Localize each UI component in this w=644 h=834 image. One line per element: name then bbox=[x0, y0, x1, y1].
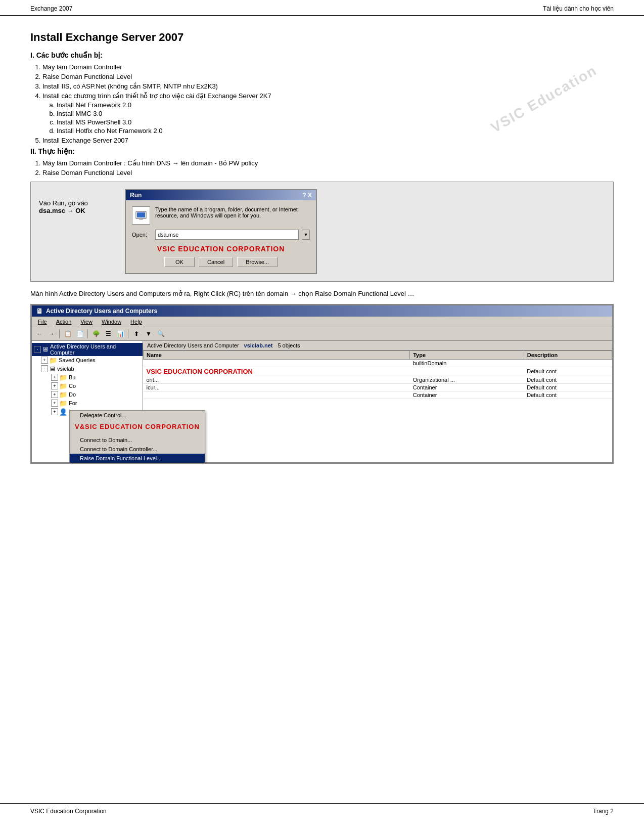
header-right: Tài liệu dành cho học viên bbox=[543, 5, 614, 12]
toolbar-list[interactable]: ☰ bbox=[103, 329, 114, 339]
run-dialog-row: Type the name of a program, folder, docu… bbox=[132, 206, 310, 225]
menu-item-action[interactable]: Action bbox=[52, 318, 76, 326]
ad-expander-co[interactable]: + bbox=[51, 382, 58, 389]
menu-item-view[interactable]: View bbox=[76, 318, 97, 326]
run-buttons-row: OK Cancel Browse... bbox=[132, 257, 310, 267]
ad-right-header-count: 5 objects bbox=[278, 342, 300, 348]
run-dialog-window: Run ? X Type the name of a program, fold… bbox=[125, 189, 317, 274]
cell-name: icur... bbox=[144, 383, 410, 391]
ad-right-header: Active Directory Users and Computer vsic… bbox=[143, 341, 612, 350]
table-row: VSIC EDUCATION CORPORATION Default cont bbox=[144, 367, 612, 376]
ctx-vsic-watermark: V&SIC EDUCATION CORPORATION bbox=[70, 422, 205, 431]
toolbar-tree[interactable]: 🌳 bbox=[90, 329, 102, 339]
run-dialog-title-text: Run bbox=[130, 192, 142, 199]
ad-title-text: Active Directory Users and Computers bbox=[46, 308, 157, 315]
table-row: icur... Container Default cont bbox=[144, 383, 612, 391]
list-item: Install Hotfix cho Net Framework 2.0 bbox=[57, 127, 614, 135]
for-label: For bbox=[69, 400, 77, 406]
toolbar-sep3 bbox=[128, 329, 129, 338]
cell-desc: Default cont bbox=[524, 367, 612, 376]
run-left-text: Vào Run, gõ vào dsa.msc → OK bbox=[39, 189, 115, 214]
ctx-connect-domain[interactable]: Connect to Domain... bbox=[70, 435, 205, 445]
ad-tree-domain-item[interactable]: - 🖥 vsiclab bbox=[39, 365, 143, 373]
ad-description: Màn hình Active Directory Users and Comp… bbox=[30, 289, 614, 299]
ad-tree-root-label: Active Directory Users and Computer bbox=[50, 343, 141, 356]
ctx-raise-level[interactable]: Raise Domain Functional Level... bbox=[70, 454, 205, 463]
page: VSIC Education Exchange 2007 Tài liệu dà… bbox=[0, 0, 644, 834]
ad-left-panel: - 🖥 Active Directory Users and Computer … bbox=[32, 341, 143, 462]
ad-tree-root-expander[interactable]: - bbox=[34, 346, 41, 353]
page-header: Exchange 2007 Tài liệu dành cho học viên bbox=[0, 0, 644, 16]
toolbar-copy[interactable]: 📋 bbox=[62, 329, 73, 339]
list-item: Máy làm Domain Controller : Cấu hình DNS… bbox=[42, 159, 614, 167]
list-item: Raise Doman Functional Level bbox=[42, 169, 614, 177]
ad-expander-for[interactable]: + bbox=[51, 400, 58, 407]
menu-item-help[interactable]: Help bbox=[126, 318, 146, 326]
run-open-input[interactable] bbox=[155, 230, 299, 240]
ctx-operations[interactable]: Operations Masters... bbox=[70, 463, 205, 464]
run-ok-button[interactable]: OK bbox=[164, 257, 195, 267]
ad-title-bar: 🖥 Active Directory Users and Computers bbox=[32, 305, 612, 317]
list-item: Install các chương trình cần thiết hỗ tr… bbox=[42, 92, 614, 135]
run-cancel-button[interactable]: Cancel bbox=[199, 257, 233, 267]
list-item: Install IIS, có ASP.Net (không cần SMTP,… bbox=[42, 82, 614, 90]
run-dropdown-button[interactable]: ▼ bbox=[302, 230, 310, 240]
list-item: Install MS PowerShell 3.0 bbox=[57, 118, 614, 126]
section2-list: Máy làm Domain Controller : Cấu hình DNS… bbox=[42, 159, 614, 177]
ad-menu-bar: File Action View Window Help bbox=[32, 317, 612, 327]
run-dialog-screenshot: Vào Run, gõ vào dsa.msc → OK Run ? X bbox=[30, 182, 614, 282]
ctx-delegate[interactable]: Delegate Control... bbox=[70, 411, 205, 420]
cell-name bbox=[144, 359, 410, 367]
svg-point-2 bbox=[141, 218, 142, 220]
ctx-connect-dc[interactable]: Connect to Domain Controller... bbox=[70, 445, 205, 454]
toolbar-paste[interactable]: 📄 bbox=[74, 329, 85, 339]
run-dialog-body: Type the name of a program, folder, docu… bbox=[126, 200, 316, 273]
run-browse-button[interactable]: Browse... bbox=[237, 257, 278, 267]
ad-tree-bu[interactable]: + 📁 Bu bbox=[49, 373, 143, 382]
ad-tree-root[interactable]: - 🖥 Active Directory Users and Computer bbox=[32, 343, 143, 356]
ad-expander-domain[interactable]: - bbox=[41, 365, 48, 372]
cell-type: Container bbox=[410, 383, 524, 391]
col-name: Name bbox=[144, 350, 410, 359]
ad-tree-saved-queries-item[interactable]: + 📁 Saved Queries bbox=[39, 356, 143, 365]
ad-tree-domain: - 🖥 vsiclab + 📁 Bu bbox=[39, 365, 143, 416]
ad-expander-us[interactable]: + bbox=[51, 408, 58, 415]
toolbar-up[interactable]: ⬆ bbox=[131, 329, 142, 339]
toolbar-back[interactable]: ← bbox=[34, 329, 45, 339]
list-item: Install Exchange Server 2007 bbox=[42, 137, 614, 144]
cell-name: ont... bbox=[144, 376, 410, 383]
ad-tree-for[interactable]: + 📁 For bbox=[49, 399, 143, 408]
run-dialog-container: Vào Run, gõ vào dsa.msc → OK Run ? X bbox=[31, 182, 613, 281]
ad-window: 🖥 Active Directory Users and Computers F… bbox=[31, 304, 613, 463]
ad-right-header-name: Active Directory Users and Computer bbox=[147, 342, 239, 348]
ad-objects-table: Name Type Description builtinDomain bbox=[143, 350, 612, 399]
col-description: Description bbox=[524, 350, 612, 359]
table-row: builtinDomain bbox=[144, 359, 612, 367]
toolbar-forward[interactable]: → bbox=[46, 329, 57, 339]
footer-left: VSIC Education Corporation bbox=[30, 808, 107, 815]
section2-heading: II. Thực hiện: bbox=[30, 147, 614, 155]
ad-tree-co[interactable]: + 📁 Co bbox=[49, 382, 143, 390]
section1-sublist: Install Net Framework 2.0 Install MMC 3.… bbox=[57, 101, 614, 135]
saved-queries-label: Saved Queries bbox=[59, 357, 96, 363]
menu-item-window[interactable]: Window bbox=[98, 318, 125, 326]
toolbar-sep1 bbox=[59, 329, 60, 338]
table-row: Container Default cont bbox=[144, 391, 612, 399]
toolbar-filter[interactable]: ▼ bbox=[143, 329, 154, 339]
ad-expander-sq[interactable]: + bbox=[41, 357, 48, 364]
ad-title-icon: 🖥 bbox=[36, 307, 43, 315]
ad-tree-saved-queries: + 📁 Saved Queries bbox=[39, 356, 143, 365]
toolbar-detail[interactable]: 📊 bbox=[115, 329, 126, 339]
ad-tree-do[interactable]: + 📁 Do bbox=[49, 390, 143, 399]
co-label: Co bbox=[69, 383, 76, 389]
page-content: Install Exchange Server 2007 I. Các bước… bbox=[0, 16, 644, 511]
cell-desc: Default cont bbox=[524, 391, 612, 399]
toolbar-sep2 bbox=[87, 329, 88, 338]
run-open-row: Open: ▼ bbox=[132, 230, 310, 240]
menu-item-file[interactable]: File bbox=[34, 318, 51, 326]
cell-type: builtinDomain bbox=[410, 359, 524, 367]
toolbar-search[interactable]: 🔍 bbox=[155, 329, 166, 339]
ad-expander-bu[interactable]: + bbox=[51, 374, 58, 381]
run-intro: Vào Run, gõ vào bbox=[39, 199, 115, 207]
ad-expander-do[interactable]: + bbox=[51, 391, 58, 398]
